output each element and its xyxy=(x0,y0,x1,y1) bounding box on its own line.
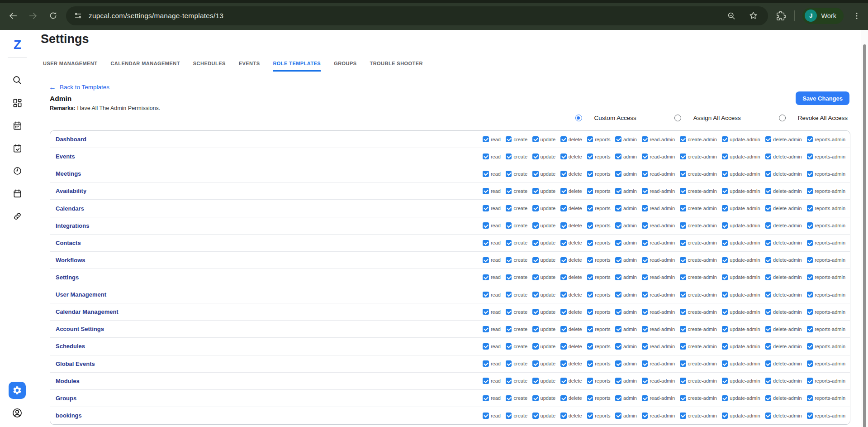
permission-checkbox-reports-admin[interactable] xyxy=(807,188,813,194)
permission-checkbox-read[interactable] xyxy=(483,154,489,160)
permission-checkbox-create-admin[interactable] xyxy=(680,343,686,350)
permission-checkbox-delete[interactable] xyxy=(560,360,567,367)
permission-checkbox-delete-admin[interactable] xyxy=(765,395,772,402)
module-link-events[interactable]: Events xyxy=(56,153,75,160)
permission-checkbox-reports-admin[interactable] xyxy=(807,413,813,419)
tab-role-templates[interactable]: ROLE TEMPLATES xyxy=(273,61,321,72)
permission-checkbox-create-admin[interactable] xyxy=(680,413,686,419)
permission-checkbox-admin[interactable] xyxy=(615,326,621,332)
permission-checkbox-update[interactable] xyxy=(532,378,539,384)
permission-checkbox-delete[interactable] xyxy=(560,326,567,332)
module-link-settings[interactable]: Settings xyxy=(56,274,79,281)
permission-checkbox-create-admin[interactable] xyxy=(680,326,686,332)
permission-checkbox-update[interactable] xyxy=(532,395,539,402)
access-option-assign-all-access[interactable]: Assign All Access xyxy=(674,115,741,121)
permission-checkbox-read[interactable] xyxy=(483,292,489,298)
permission-checkbox-reports[interactable] xyxy=(587,205,593,211)
access-option-revoke-all-access[interactable]: Revoke All Access xyxy=(779,115,848,121)
permission-checkbox-update-admin[interactable] xyxy=(722,171,728,177)
zoom-out-icon[interactable] xyxy=(726,10,737,22)
module-link-calendar-management[interactable]: Calendar Management xyxy=(56,308,119,315)
module-link-account-settings[interactable]: Account Settings xyxy=(56,326,104,332)
permission-checkbox-read-admin[interactable] xyxy=(642,240,648,246)
permission-checkbox-delete-admin[interactable] xyxy=(765,326,772,332)
sidebar-item-search[interactable] xyxy=(12,75,23,86)
module-link-user-management[interactable]: User Management xyxy=(56,291,106,298)
permission-checkbox-update-admin[interactable] xyxy=(722,154,728,160)
permission-checkbox-reports[interactable] xyxy=(587,154,593,160)
module-link-modules[interactable]: Modules xyxy=(56,378,80,384)
permission-checkbox-update[interactable] xyxy=(532,257,539,264)
permission-checkbox-reports-admin[interactable] xyxy=(807,154,813,160)
radio-custom-access[interactable] xyxy=(575,115,582,121)
permission-checkbox-read-admin[interactable] xyxy=(642,360,648,367)
permission-checkbox-update-admin[interactable] xyxy=(722,222,728,229)
permission-checkbox-reports[interactable] xyxy=(587,343,593,350)
permission-checkbox-create[interactable] xyxy=(506,257,512,264)
radio-revoke-all-access[interactable] xyxy=(779,115,786,121)
permission-checkbox-admin[interactable] xyxy=(615,171,621,177)
permission-checkbox-admin[interactable] xyxy=(615,240,621,246)
permission-checkbox-read[interactable] xyxy=(483,378,489,384)
forward-icon[interactable] xyxy=(27,10,39,22)
permission-checkbox-delete-admin[interactable] xyxy=(765,309,772,315)
module-link-schedules[interactable]: Schedules xyxy=(56,343,85,350)
permission-checkbox-update[interactable] xyxy=(532,413,539,419)
permission-checkbox-reports[interactable] xyxy=(587,413,593,419)
permission-checkbox-delete-admin[interactable] xyxy=(765,343,772,350)
permission-checkbox-create-admin[interactable] xyxy=(680,222,686,229)
permission-checkbox-create[interactable] xyxy=(506,171,512,177)
permission-checkbox-reports[interactable] xyxy=(587,136,593,143)
bookmark-star-icon[interactable] xyxy=(747,10,759,22)
permission-checkbox-reports-admin[interactable] xyxy=(807,257,813,264)
back-to-templates-link[interactable]: ← Back to Templates xyxy=(49,84,109,91)
sidebar-item-dashboard[interactable] xyxy=(12,97,23,108)
back-icon[interactable] xyxy=(7,10,19,22)
save-changes-button[interactable]: Save Changes xyxy=(796,91,849,105)
reload-icon[interactable] xyxy=(47,10,59,22)
permission-checkbox-read[interactable] xyxy=(483,309,489,315)
permission-checkbox-delete[interactable] xyxy=(560,274,567,281)
permission-checkbox-admin[interactable] xyxy=(615,205,621,211)
permission-checkbox-read-admin[interactable] xyxy=(642,326,648,332)
permission-checkbox-create[interactable] xyxy=(506,188,512,194)
permission-checkbox-read[interactable] xyxy=(483,171,489,177)
permission-checkbox-admin[interactable] xyxy=(615,413,621,419)
module-link-groups[interactable]: Groups xyxy=(56,395,76,402)
permission-checkbox-create-admin[interactable] xyxy=(680,257,686,264)
permission-checkbox-update[interactable] xyxy=(532,240,539,246)
permission-checkbox-update-admin[interactable] xyxy=(722,240,728,246)
permission-checkbox-admin[interactable] xyxy=(615,136,621,143)
page-scrollbar[interactable] xyxy=(861,30,868,427)
permission-checkbox-update[interactable] xyxy=(532,360,539,367)
module-link-integrations[interactable]: Integrations xyxy=(56,222,89,229)
permission-checkbox-create[interactable] xyxy=(506,222,512,229)
permission-checkbox-create-admin[interactable] xyxy=(680,240,686,246)
permission-checkbox-create-admin[interactable] xyxy=(680,205,686,211)
permission-checkbox-read-admin[interactable] xyxy=(642,257,648,264)
permission-checkbox-update-admin[interactable] xyxy=(722,343,728,350)
permission-checkbox-delete[interactable] xyxy=(560,413,567,419)
permission-checkbox-read[interactable] xyxy=(483,395,489,402)
sidebar-item-settings[interactable] xyxy=(9,382,26,399)
permission-checkbox-update-admin[interactable] xyxy=(722,274,728,281)
permission-checkbox-reports[interactable] xyxy=(587,378,593,384)
permission-checkbox-create[interactable] xyxy=(506,154,512,160)
permission-checkbox-create[interactable] xyxy=(506,343,512,350)
permission-checkbox-reports-admin[interactable] xyxy=(807,395,813,402)
permission-checkbox-admin[interactable] xyxy=(615,154,621,160)
permission-checkbox-reports-admin[interactable] xyxy=(807,222,813,229)
permission-checkbox-delete-admin[interactable] xyxy=(765,188,772,194)
permission-checkbox-delete[interactable] xyxy=(560,240,567,246)
permission-checkbox-reports-admin[interactable] xyxy=(807,205,813,211)
permission-checkbox-create-admin[interactable] xyxy=(680,395,686,402)
permission-checkbox-admin[interactable] xyxy=(615,292,621,298)
permission-checkbox-reports[interactable] xyxy=(587,171,593,177)
permission-checkbox-reports[interactable] xyxy=(587,240,593,246)
permission-checkbox-reports[interactable] xyxy=(587,188,593,194)
permission-checkbox-delete[interactable] xyxy=(560,188,567,194)
permission-checkbox-delete-admin[interactable] xyxy=(765,171,772,177)
permission-checkbox-create-admin[interactable] xyxy=(680,309,686,315)
permission-checkbox-delete-admin[interactable] xyxy=(765,360,772,367)
permission-checkbox-read[interactable] xyxy=(483,413,489,419)
